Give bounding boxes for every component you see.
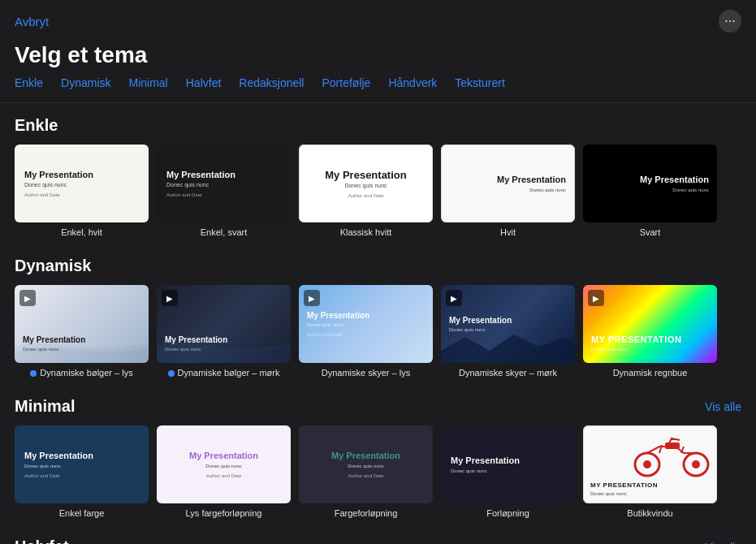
- theme-thumb-dyn-lys[interactable]: ▶ My Presentation Donec quis nunc: [15, 285, 149, 363]
- theme-label-dyn-sky-mork: Dynamiske skyer – mørk: [459, 368, 557, 378]
- thumb-title: My Presentation: [590, 481, 710, 490]
- overflow-hint: [725, 425, 737, 518]
- category-halvfet[interactable]: Halvfet: [186, 76, 222, 89]
- theme-thumb-hvit[interactable]: My Presentation Donec quis nunc: [441, 145, 575, 222]
- theme-item-enkel-svart: My Presentation Donec quis nunc Author a…: [157, 145, 291, 237]
- minimal-section: Minimal Vis alle My Presentation Donec q…: [0, 384, 756, 525]
- halvfet-section: Halvfet Vis alle My Presentation: [0, 525, 756, 544]
- minimal-see-all[interactable]: Vis alle: [705, 400, 741, 413]
- thumb-title: My Presentation: [449, 316, 567, 326]
- category-portefolje[interactable]: Portefølje: [322, 76, 370, 89]
- thumb-subtitle: Donec quis nunc: [24, 182, 139, 188]
- theme-thumb-lys-farge[interactable]: My Presentation Donec quis nunc Author a…: [157, 425, 291, 503]
- dynamisk-section: Dynamisk ▶ My Presentation Donec quis nu…: [0, 244, 756, 384]
- theme-label-klassisk-hvitt: Klassisk hvitt: [340, 227, 392, 237]
- theme-item-hvit: My Presentation Donec quis nunc Hvit: [441, 145, 575, 237]
- theme-thumb-forlopning[interactable]: My Presentation Donec quis nunc: [441, 425, 575, 503]
- theme-thumb-klassisk-hvitt[interactable]: My Presentation Donec quis nunc Author a…: [299, 145, 433, 222]
- theme-item-enkel-farge: My Presentation Donec quis nunc Author a…: [15, 425, 149, 518]
- thumb-author: Author and Date: [348, 473, 384, 478]
- theme-item-farge: My Presentation Donec quis nunc Author a…: [299, 425, 433, 518]
- theme-label-farge: Fargeforløpning: [335, 508, 398, 518]
- category-handverk[interactable]: Håndverk: [388, 76, 437, 89]
- thumb-subtitle: Donec quis nunc: [24, 464, 139, 468]
- enkle-section-title: Enkle: [15, 116, 58, 135]
- category-nav: Enkle Dynamisk Minimal Halvfet Redaksjon…: [0, 76, 756, 103]
- category-teksturert[interactable]: Teksturert: [455, 76, 504, 89]
- thumb-author: Author and Date: [24, 473, 139, 478]
- dot-icon: [30, 370, 37, 377]
- category-enkle[interactable]: Enkle: [15, 76, 43, 89]
- thumb-title: My Presentation: [307, 311, 425, 321]
- enkle-section: Enkle My Presentation Donec quis nunc Au…: [0, 103, 756, 244]
- thumb-title: My Presentation: [24, 451, 139, 461]
- theme-item-klassisk-hvitt: My Presentation Donec quis nunc Author a…: [299, 145, 433, 237]
- more-icon: ···: [724, 14, 735, 28]
- theme-item-forlopning: My Presentation Donec quis nunc Forløpni…: [441, 425, 575, 518]
- thumb-author: Author and Date: [307, 332, 425, 337]
- top-bar: Avbryt ···: [0, 0, 756, 39]
- thumb-author: Author and Date: [24, 192, 139, 197]
- page-title: Velg et tema: [0, 39, 756, 76]
- thumb-title: My Presentation: [166, 170, 281, 180]
- theme-item-dyn-sky-lys: ▶ My Presentation Donec quis nunc Author…: [299, 285, 433, 378]
- category-minimal[interactable]: Minimal: [129, 76, 168, 89]
- theme-item-svart: My Presentation Donec quis nunc Svart: [583, 145, 717, 237]
- theme-label-svart: Svart: [640, 227, 661, 237]
- halvfet-section-header: Halvfet Vis alle: [15, 538, 741, 544]
- halvfet-see-all[interactable]: Vis alle: [705, 541, 741, 545]
- thumb-subtitle: Donec quis nunc: [166, 182, 281, 188]
- thumb-subtitle: Donec quis nunc: [348, 464, 384, 468]
- dot-icon: [168, 370, 175, 377]
- thumb-subtitle: Donec quis nunc: [672, 188, 709, 192]
- dynamisk-theme-grid: ▶ My Presentation Donec quis nunc Dynami…: [15, 285, 741, 378]
- theme-label-enkel-svart: Enkel, svart: [201, 227, 247, 237]
- thumb-title: My Presentation: [640, 175, 709, 185]
- thumb-author: Author and Date: [206, 473, 242, 478]
- theme-item-dyn-sky-mork: ▶ My Presentation Donec quis nunc Dynami…: [441, 285, 575, 378]
- theme-thumb-dyn-sky-mork[interactable]: ▶ My Presentation Donec quis nunc: [441, 285, 575, 363]
- theme-label-forlopning: Forløpning: [486, 508, 529, 518]
- theme-label-dyn-lys: Dynamiske bølger – lys: [30, 368, 132, 378]
- thumb-title: My Presentation: [451, 455, 565, 466]
- theme-thumb-dyn-regnbue[interactable]: ▶ My Presentation Donec quis nunc: [583, 285, 717, 363]
- theme-thumb-enkel-farge[interactable]: My Presentation Donec quis nunc Author a…: [15, 425, 149, 503]
- category-redaksjonell[interactable]: Redaksjonell: [239, 76, 304, 89]
- theme-item-dyn-lys: ▶ My Presentation Donec quis nunc Dynami…: [15, 285, 149, 378]
- theme-label-dyn-mork: Dynamiske bølger – mørk: [168, 368, 280, 378]
- theme-item-lys-farge: My Presentation Donec quis nunc Author a…: [157, 425, 291, 518]
- theme-label-enkel-farge: Enkel farge: [59, 508, 105, 518]
- thumb-author: Author and Date: [166, 192, 281, 197]
- dynamisk-section-title: Dynamisk: [15, 257, 92, 275]
- cancel-button[interactable]: Avbryt: [15, 15, 49, 28]
- thumb-subtitle: Donec quis nunc: [529, 188, 566, 192]
- thumb-author: Author and Date: [348, 193, 384, 198]
- theme-thumb-enkel-hvit[interactable]: My Presentation Donec quis nunc Author a…: [15, 145, 149, 222]
- theme-item-dyn-mork: ▶ My Presentation Donec quis nunc Dynami…: [157, 285, 291, 378]
- theme-thumb-enkel-svart[interactable]: My Presentation Donec quis nunc Author a…: [157, 145, 291, 222]
- thumb-title: My Presentation: [24, 170, 139, 180]
- category-dynamisk[interactable]: Dynamisk: [61, 76, 110, 89]
- thumb-title: My Presentation: [331, 451, 400, 461]
- theme-thumb-dyn-sky-lys[interactable]: ▶ My Presentation Donec quis nunc Author…: [299, 285, 433, 363]
- theme-thumb-farge[interactable]: My Presentation Donec quis nunc Author a…: [299, 425, 433, 503]
- theme-label-enkel-hvit: Enkel, hvit: [61, 227, 102, 237]
- thumb-title: My Presentation: [189, 451, 258, 461]
- theme-item-enkel-hvit: My Presentation Donec quis nunc Author a…: [15, 145, 149, 237]
- more-button[interactable]: ···: [719, 10, 741, 32]
- thumb-subtitle: Donec quis nunc: [591, 347, 709, 352]
- enkle-section-header: Enkle: [15, 116, 741, 135]
- minimal-section-header: Minimal Vis alle: [15, 397, 741, 416]
- theme-thumb-svart[interactable]: My Presentation Donec quis nunc: [583, 145, 717, 222]
- theme-label-butikk: Butikkvindu: [627, 508, 672, 518]
- thumb-subtitle: Donec quis nunc: [451, 468, 565, 473]
- theme-label-dyn-sky-lys: Dynamiske skyer – lys: [322, 368, 410, 378]
- theme-thumb-butikk[interactable]: My Presentation Donec quis nunc: [583, 425, 717, 503]
- halvfet-section-title: Halvfet: [15, 538, 69, 544]
- theme-label-hvit: Hvit: [500, 227, 516, 237]
- theme-thumb-dyn-mork[interactable]: ▶ My Presentation Donec quis nunc: [157, 285, 291, 363]
- thumb-title: My Presentation: [497, 175, 566, 185]
- thumb-subtitle: Donec quis nunc: [307, 322, 425, 327]
- theme-label-dyn-regnbue: Dynamisk regnbue: [613, 368, 688, 378]
- dynamisk-section-header: Dynamisk: [15, 257, 741, 275]
